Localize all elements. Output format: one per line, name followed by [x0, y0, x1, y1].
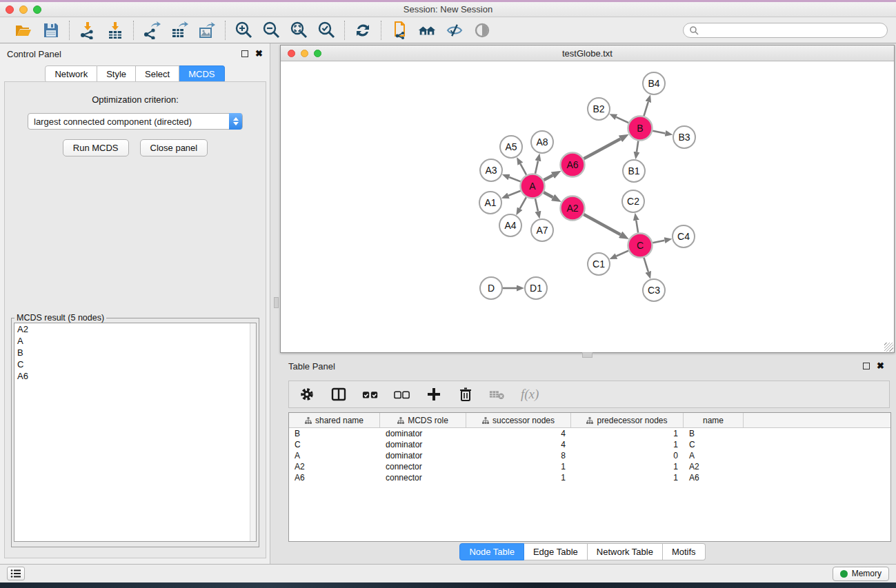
graph-edge[interactable] [520, 164, 526, 175]
network-close-button[interactable] [288, 50, 295, 57]
export-table-icon[interactable] [170, 21, 189, 40]
deselect-all-checkboxes-icon[interactable] [394, 386, 410, 403]
splitter-grip-vertical[interactable] [274, 297, 279, 308]
add-column-icon[interactable] [426, 386, 442, 403]
tab-style[interactable]: Style [97, 65, 136, 83]
graph-edge[interactable] [544, 192, 552, 197]
graph-edge[interactable] [644, 258, 648, 272]
select-all-checkboxes-icon[interactable] [362, 386, 379, 403]
zoom-window-button[interactable] [33, 6, 41, 14]
table-cell[interactable]: B [289, 429, 380, 438]
task-history-button[interactable] [7, 567, 25, 580]
table-cell[interactable]: connector [380, 462, 466, 472]
table-cell[interactable]: A2 [684, 462, 744, 472]
table-cell[interactable]: 1 [571, 473, 684, 483]
list-item[interactable]: B [14, 347, 256, 358]
tab-motifs[interactable]: Motifs [663, 543, 706, 560]
result-scrollbar[interactable] [250, 323, 256, 541]
minimize-window-button[interactable] [19, 6, 28, 14]
list-item[interactable]: A2 [14, 323, 256, 335]
mcds-result-list[interactable]: A2ABCA6 [14, 323, 257, 542]
close-panel-button[interactable]: Close panel [140, 139, 208, 156]
table-row[interactable]: A2connector11A2 [289, 461, 890, 472]
close-window-button[interactable] [6, 6, 14, 14]
table-cell[interactable]: A [289, 451, 380, 460]
graph-edge[interactable] [535, 199, 538, 212]
tab-edge-table[interactable]: Edge Table [524, 543, 588, 560]
import-table-icon[interactable] [106, 21, 125, 40]
table-cell[interactable]: B [684, 429, 744, 438]
table-cell[interactable]: 8 [466, 451, 571, 460]
new-network-from-selection-icon[interactable] [390, 21, 409, 40]
close-table-panel-icon[interactable]: ✖ [877, 363, 884, 369]
graph-edge[interactable] [584, 214, 620, 234]
list-item[interactable]: C [14, 358, 256, 370]
graph-edge[interactable] [509, 177, 521, 181]
run-mcds-button[interactable]: Run MCDS [63, 139, 129, 156]
export-image-icon[interactable] [197, 21, 217, 40]
float-panel-icon[interactable] [241, 50, 248, 57]
network-zoom-button[interactable] [314, 50, 321, 57]
delete-column-trash-icon[interactable] [457, 386, 474, 403]
graph-edge[interactable] [644, 102, 648, 116]
tab-network[interactable]: Network [45, 65, 97, 83]
table-row[interactable]: Adominator80A [289, 450, 890, 461]
table-cell[interactable]: A2 [289, 462, 380, 472]
column-header[interactable]: successor nodes [466, 413, 571, 427]
table-cell[interactable]: A6 [289, 473, 380, 483]
zoom-fit-icon[interactable] [289, 21, 308, 40]
graph-edge[interactable] [584, 139, 620, 159]
column-header[interactable]: name [684, 413, 744, 427]
table-cell[interactable]: A [684, 451, 744, 460]
table-settings-gear-icon[interactable] [299, 386, 315, 403]
open-file-icon[interactable] [14, 21, 33, 40]
column-layout-icon[interactable] [330, 386, 347, 403]
network-graph[interactable]: B4B2BB3A8A5A6A3B1AC2A1A2A4A7C4CC1C3DD1 [281, 61, 894, 352]
table-row[interactable]: Bdominator41B [289, 428, 890, 439]
zoom-out-icon[interactable] [261, 21, 281, 40]
table-cell[interactable]: A6 [684, 473, 744, 483]
column-header[interactable]: MCDS role [380, 413, 466, 427]
table-cell[interactable]: 1 [571, 429, 684, 438]
memory-button[interactable]: Memory [833, 567, 889, 581]
zoom-selected-icon[interactable] [317, 21, 336, 40]
refresh-icon[interactable] [353, 21, 372, 40]
list-item[interactable]: A [14, 335, 256, 347]
table-cell[interactable]: dominator [380, 440, 466, 449]
network-canvas[interactable]: B4B2BB3A8A5A6A3B1AC2A1A2A4A7C4CC1C3DD1 [281, 61, 894, 352]
graph-edge[interactable] [637, 141, 638, 152]
column-header[interactable]: shared name [289, 413, 380, 427]
network-minimize-button[interactable] [301, 50, 308, 57]
table-cell[interactable]: 1 [466, 462, 571, 472]
zoom-in-icon[interactable] [234, 21, 253, 40]
hide-graphics-details-icon[interactable] [445, 21, 464, 40]
table-cell[interactable]: dominator [380, 429, 466, 438]
graph-edge[interactable] [617, 251, 629, 256]
tab-network-table[interactable]: Network Table [588, 543, 663, 560]
graph-edge[interactable] [520, 197, 526, 208]
search-input[interactable] [701, 26, 882, 35]
table-cell[interactable]: 1 [571, 462, 684, 472]
delete-table-icon[interactable] [489, 386, 506, 403]
table-cell[interactable]: C [289, 440, 380, 449]
table-cell[interactable]: 1 [466, 473, 571, 483]
table-row[interactable]: A6connector11A6 [289, 472, 890, 483]
criterion-dropdown[interactable]: largest connected component (directed) [28, 113, 243, 130]
table-row[interactable]: Cdominator41C [289, 439, 890, 450]
close-panel-icon[interactable]: ✖ [255, 50, 263, 57]
function-builder-icon[interactable]: f(x) [521, 387, 539, 402]
table-cell[interactable]: dominator [380, 451, 466, 460]
graph-edge[interactable] [535, 161, 538, 174]
first-neighbors-icon[interactable] [417, 21, 437, 40]
search-field[interactable] [683, 23, 888, 38]
window-resize-grip[interactable] [884, 343, 893, 352]
save-session-icon[interactable] [41, 21, 61, 40]
table-cell[interactable]: connector [380, 473, 466, 483]
table-cell[interactable]: C [684, 440, 744, 449]
tab-node-table[interactable]: Node Table [459, 543, 524, 560]
graph-edge[interactable] [653, 131, 665, 134]
show-graphics-details-icon[interactable] [472, 21, 492, 40]
table-cell[interactable]: 4 [466, 440, 571, 449]
column-header[interactable]: predecessor nodes [571, 413, 684, 427]
table-cell[interactable]: 1 [571, 440, 684, 449]
